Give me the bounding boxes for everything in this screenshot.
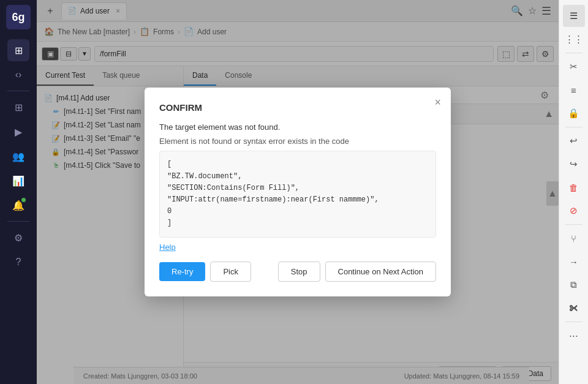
modal-code-line-4: 0 xyxy=(167,206,428,217)
lock-icon[interactable]: 🔒 xyxy=(563,102,585,124)
modal-footer: Re-try Pick Stop Continue on Next Action xyxy=(159,262,436,282)
block-icon[interactable]: ⊘ xyxy=(563,200,585,222)
sidebar-icon-settings[interactable]: ⚙ xyxy=(7,227,29,249)
undo-icon[interactable]: ↩ xyxy=(563,130,585,152)
modal-code-block: [ "BZ.TW.document", "SECTION:Contains(Fo… xyxy=(159,151,436,237)
code-bracket-close: ] xyxy=(167,217,428,229)
modal-code-line-2: "SECTION:Contains(Form Fill)", xyxy=(167,183,428,194)
sidebar-icon-play[interactable]: ▶ xyxy=(7,121,29,143)
modal-overlay: CONFIRM × The target element was not fou… xyxy=(37,0,559,384)
code-bracket-open: [ xyxy=(167,159,428,170)
right-divider-3 xyxy=(565,224,582,225)
right-toolbar: ☰ ⋮⋮ ✂ ≡ 🔒 ↩ ↪ 🗑 ⊘ ⑂ → ⧉ ✀ ⋯ xyxy=(559,0,588,384)
left-sidebar: 6g ⊞ ‹› ⊞ ▶ 👥 📊 🔔 ⚙ ? xyxy=(0,0,37,384)
app-logo: 6g xyxy=(6,5,31,29)
main-area: + 📄 Add user × 🔍 ☆ ☰ 🏠 The New Lab [mast… xyxy=(37,0,559,384)
retry-button[interactable]: Re-try xyxy=(159,262,205,281)
arrow-right-icon[interactable]: → xyxy=(563,250,585,273)
lines2-icon[interactable]: ≡ xyxy=(563,79,585,101)
continue-button[interactable]: Continue on Next Action xyxy=(325,262,436,282)
modal-close-button[interactable]: × xyxy=(434,96,441,109)
sidebar-icon-nav[interactable]: ‹› xyxy=(7,64,29,86)
sidebar-icon-apps[interactable]: ⊞ xyxy=(7,96,29,118)
scissors2-icon[interactable]: ✀ xyxy=(563,297,585,319)
modal-body: The target element was not found. Elemen… xyxy=(159,122,436,251)
modal-code-line-1: "BZ.TW.document", xyxy=(167,171,428,183)
modal-code-line-3: "INPUT:attr(name=firstname):near(First n… xyxy=(167,194,428,206)
right-divider-4 xyxy=(565,322,582,322)
sidebar-icon-notify[interactable]: 🔔 xyxy=(7,194,29,216)
redo-icon[interactable]: ↪ xyxy=(563,153,585,175)
delete-red-icon[interactable]: 🗑 xyxy=(563,176,585,198)
list-icon[interactable]: ☰ xyxy=(563,5,585,27)
cut-icon[interactable]: ✂ xyxy=(563,56,585,78)
branch-icon[interactable]: ⑂ xyxy=(563,227,585,249)
right-divider-2 xyxy=(565,127,582,127)
confirm-modal: CONFIRM × The target element was not fou… xyxy=(145,88,451,296)
sidebar-divider-2 xyxy=(7,221,29,222)
right-divider-1 xyxy=(565,53,582,53)
more-icon[interactable]: ⋯ xyxy=(563,325,585,347)
sidebar-divider-1 xyxy=(7,91,29,91)
stop-button[interactable]: Stop xyxy=(278,262,320,282)
copy-icon[interactable]: ⧉ xyxy=(563,274,585,296)
modal-title: CONFIRM xyxy=(159,102,436,113)
modal-sub-message: Element is not found or syntax error exi… xyxy=(159,137,436,146)
sidebar-icon-chart[interactable]: 📊 xyxy=(7,170,29,192)
sidebar-icon-help[interactable]: ? xyxy=(7,251,29,273)
modal-help-link[interactable]: Help xyxy=(159,243,176,252)
sidebar-icon-users[interactable]: 👥 xyxy=(7,145,29,167)
pick-button[interactable]: Pick xyxy=(210,262,251,282)
grid-icon[interactable]: ⋮⋮ xyxy=(563,28,585,50)
sidebar-icon-dashboard[interactable]: ⊞ xyxy=(7,39,29,61)
modal-main-message: The target element was not found. xyxy=(159,122,436,132)
